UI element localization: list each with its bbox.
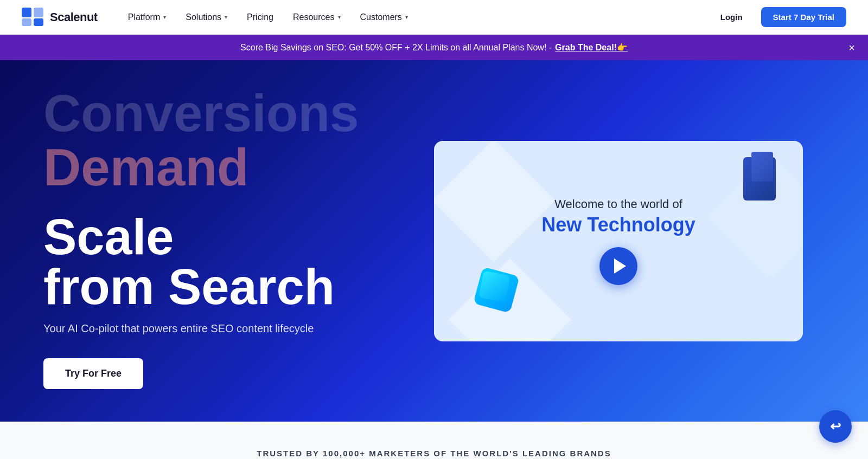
video-label-main: New Technology bbox=[541, 214, 695, 236]
gem-decoration bbox=[477, 271, 515, 309]
announcement-bar: Score Big Savings on SEO: Get 50% OFF + … bbox=[0, 35, 868, 60]
video-label-top: Welcome to the world of bbox=[541, 197, 695, 211]
start-trial-button[interactable]: Start 7 Day Trial bbox=[761, 7, 846, 27]
try-for-free-button[interactable]: Try For Free bbox=[43, 358, 143, 389]
bracket-piece-1 bbox=[743, 157, 776, 201]
chevron-down-icon: ▾ bbox=[163, 14, 166, 20]
nav-items: Platform ▾ Solutions ▾ Pricing Resources… bbox=[119, 8, 709, 27]
hero-section: Conversions Demand Scale from Search You… bbox=[0, 60, 868, 422]
hero-video-area: Welcome to the world of New Technology bbox=[434, 141, 803, 341]
diamond-shape-1 bbox=[434, 141, 555, 262]
hero-title: Scale from Search bbox=[43, 212, 412, 312]
animated-word-conversions: Conversions bbox=[43, 93, 359, 139]
logo-link[interactable]: Scalenut bbox=[22, 8, 98, 27]
hero-animated-words: Conversions Demand bbox=[43, 93, 412, 212]
nav-item-pricing[interactable]: Pricing bbox=[238, 8, 282, 27]
chevron-down-icon: ▾ bbox=[405, 14, 408, 20]
announcement-cta[interactable]: Grab The Deal!👉 bbox=[555, 42, 628, 53]
animated-word-demand: Demand bbox=[43, 141, 249, 193]
gem-body bbox=[473, 267, 520, 313]
svg-rect-1 bbox=[34, 8, 43, 17]
video-text: Welcome to the world of New Technology bbox=[541, 197, 695, 285]
chevron-down-icon: ▾ bbox=[338, 14, 341, 20]
hero-subtitle: Your AI Co-pilot that powers entire SEO … bbox=[43, 320, 412, 337]
bracket-decoration bbox=[743, 157, 776, 201]
logo-text: Scalenut bbox=[50, 10, 98, 24]
nav-item-resources[interactable]: Resources ▾ bbox=[284, 8, 349, 27]
announcement-text: Score Big Savings on SEO: Get 50% OFF + … bbox=[240, 43, 552, 53]
play-icon bbox=[614, 258, 626, 274]
logo-icon bbox=[22, 8, 44, 27]
gem-face bbox=[479, 270, 510, 302]
navbar: Scalenut Platform ▾ Solutions ▾ Pricing … bbox=[0, 0, 868, 35]
nav-actions: Login Start 7 Day Trial bbox=[709, 7, 846, 27]
video-card[interactable]: Welcome to the world of New Technology bbox=[434, 141, 803, 341]
svg-rect-2 bbox=[22, 18, 31, 26]
bracket-piece-2 bbox=[751, 152, 773, 182]
chevron-down-icon: ▾ bbox=[225, 14, 227, 20]
nav-item-platform[interactable]: Platform ▾ bbox=[119, 8, 175, 27]
chat-icon: ↩ bbox=[830, 419, 841, 434]
close-announcement-button[interactable]: × bbox=[848, 42, 855, 53]
hero-content: Conversions Demand Scale from Search You… bbox=[43, 93, 412, 389]
nav-item-customers[interactable]: Customers ▾ bbox=[352, 8, 417, 27]
play-button[interactable] bbox=[599, 247, 637, 285]
svg-rect-0 bbox=[22, 8, 31, 17]
svg-rect-3 bbox=[34, 18, 43, 26]
nav-item-solutions[interactable]: Solutions ▾ bbox=[177, 8, 236, 27]
chat-button[interactable]: ↩ bbox=[819, 410, 852, 443]
login-button[interactable]: Login bbox=[709, 7, 755, 27]
trusted-section: TRUSTED BY 100,000+ MARKETERS OF THE WOR… bbox=[0, 422, 868, 459]
trusted-label: TRUSTED BY 100,000+ MARKETERS OF THE WOR… bbox=[43, 449, 825, 458]
